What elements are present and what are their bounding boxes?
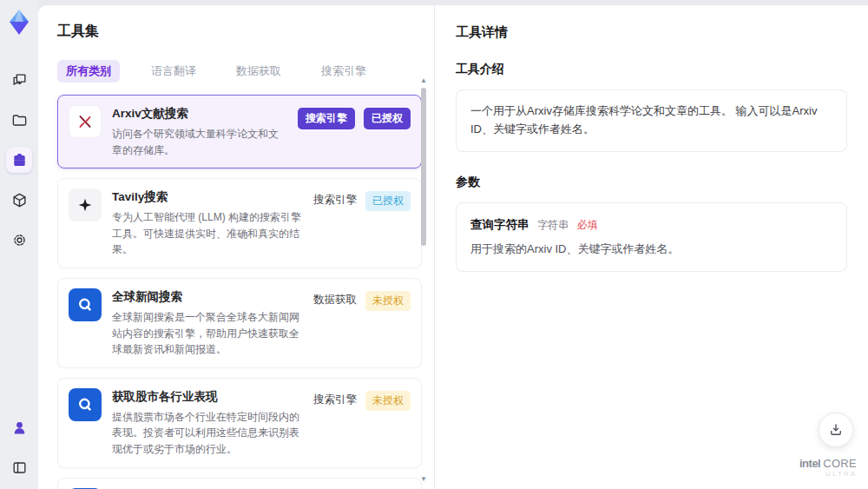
sidebar-item-tools[interactable] (6, 147, 32, 173)
tool-desc: 访问各个研究领域大量科学论文和文章的存储库。 (112, 126, 287, 158)
tool-category-badge: 搜索引擎 (298, 108, 355, 129)
tool-list-panel: 工具集 所有类别语言翻译数据获取搜索引擎 Arxiv文献搜索 访问各个研究领域大… (38, 5, 434, 489)
main-surface: 工具集 所有类别语言翻译数据获取搜索引擎 Arxiv文献搜索 访问各个研究领域大… (38, 5, 868, 489)
app-logo[interactable] (5, 8, 33, 37)
tool-desc: 提供股票市场各个行业在特定时间段内的表现。投资者可以利用这些信息来识别表现优于或… (112, 409, 303, 458)
scroll-up-icon[interactable]: ▲ (419, 76, 428, 85)
sidebar-item-files[interactable] (6, 107, 32, 133)
intel-core-logo: intelCORE ULTRA (799, 458, 857, 479)
category-tabs: 所有类别语言翻译数据获取搜索引擎 (57, 60, 411, 83)
tool-desc: 专为人工智能代理 (LLM) 构建的搜索引擎工具。可快速提供实时、准确和真实的结… (112, 209, 303, 258)
intel-wordmark: intel (799, 457, 820, 470)
category-tab[interactable]: 所有类别 (57, 60, 120, 83)
scrollbar-thumb[interactable] (421, 88, 426, 246)
category-tab[interactable]: 数据获取 (227, 60, 290, 83)
page-title: 工具集 (57, 23, 411, 41)
sidebar-item-chat[interactable] (6, 67, 32, 93)
sidebar-item-packages[interactable] (6, 187, 32, 213)
params-heading: 参数 (456, 175, 847, 190)
ultra-wordmark: ULTRA (799, 471, 857, 479)
param-type: 字符串 (537, 219, 569, 231)
tool-category-badge: 搜索引擎 (313, 191, 357, 209)
details-title: 工具详情 (456, 24, 847, 41)
category-tab[interactable]: 语言翻译 (142, 60, 205, 83)
param-required-flag: 必填 (577, 219, 598, 231)
tool-card[interactable]: Arxiv文献搜索 访问各个研究领域大量科学论文和文章的存储库。 搜索引擎 已授… (57, 95, 422, 169)
arxiv-logo-icon (76, 112, 95, 131)
tavily-sparkle-icon (76, 195, 95, 215)
toolbox-icon (11, 152, 28, 169)
panel-toggle-icon (11, 459, 28, 476)
core-wordmark: CORE (823, 457, 857, 470)
arxiv-logo-icon (69, 105, 102, 138)
list-scrollbar[interactable]: ▲ ▼ (419, 76, 428, 484)
sidebar-item-settings[interactable] (6, 227, 32, 253)
news-q-icon (76, 395, 95, 414)
tool-desc: 全球新闻搜索是一个聚合全球各大新闻网站内容的搜索引擎，帮助用户快速获取全球最新资… (112, 309, 303, 358)
tool-category-badge: 数据获取 (313, 291, 357, 309)
user-icon (11, 420, 28, 436)
tool-category-badge: 搜索引擎 (313, 391, 357, 409)
category-tab[interactable]: 搜索引擎 (312, 60, 375, 83)
tool-name: Tavily搜索 (112, 189, 303, 205)
params-box: 查询字符串 字符串 必填 用于搜索的Arxiv ID、关键字或作者姓名。 (456, 202, 847, 273)
tool-name: Arxiv文献搜索 (112, 106, 287, 122)
gear-icon (11, 232, 28, 248)
download-button[interactable] (819, 413, 853, 447)
tavily-sparkle-icon (69, 188, 102, 221)
cube-icon (11, 192, 28, 208)
sidebar-item-panel-toggle[interactable] (6, 454, 32, 480)
tool-list: Arxiv文献搜索 访问各个研究领域大量科学论文和文章的存储库。 搜索引擎 已授… (57, 95, 422, 489)
tool-card[interactable]: 获取股市各行业表现 提供股票市场各个行业在特定时间段内的表现。投资者可以利用这些… (57, 378, 422, 468)
tool-auth-badge: 未授权 (365, 291, 411, 311)
intro-box: 一个用于从Arxiv存储库搜索科学论文和文章的工具。 输入可以是Arxiv ID… (456, 89, 847, 152)
news-q-icon (69, 388, 102, 421)
tool-name: 全球新闻搜索 (112, 289, 303, 305)
tool-details-panel: 工具详情 工具介绍 一个用于从Arxiv存储库搜索科学论文和文章的工具。 输入可… (434, 5, 868, 489)
tool-auth-badge: 已授权 (364, 108, 411, 129)
download-icon (828, 422, 844, 438)
param-name: 查询字符串 (470, 218, 529, 231)
tool-auth-badge: 已授权 (365, 191, 411, 211)
tool-auth-badge: 未授权 (365, 391, 411, 411)
intro-heading: 工具介绍 (456, 62, 847, 77)
tool-name: 获取股市各行业表现 (112, 389, 303, 405)
folder-icon (11, 112, 28, 129)
news-q-icon (76, 295, 95, 314)
tool-card[interactable]: 全球新闻搜索 全球新闻搜索是一个聚合全球各大新闻网站内容的搜索引擎，帮助用户快速… (57, 278, 422, 368)
left-sidebar (0, 0, 38, 489)
news-q-icon (69, 288, 102, 321)
sidebar-item-account[interactable] (6, 414, 32, 440)
chat-icon (11, 72, 28, 89)
param-desc: 用于搜索的Arxiv ID、关键字或作者姓名。 (470, 241, 832, 259)
tool-card[interactable]: Tavily搜索 专为人工智能代理 (LLM) 构建的搜索引擎工具。可快速提供实… (57, 178, 422, 268)
param-item: 查询字符串 字符串 必填 用于搜索的Arxiv ID、关键字或作者姓名。 (470, 215, 832, 260)
scroll-down-icon[interactable]: ▼ (419, 475, 428, 484)
param-list: 查询字符串 字符串 必填 用于搜索的Arxiv ID、关键字或作者姓名。 (470, 215, 832, 260)
tool-card[interactable]: 获取市场最活跃股票信息 提供当天交易量最高的股票列表，投资者可以利用这些信息来识… (57, 478, 422, 489)
